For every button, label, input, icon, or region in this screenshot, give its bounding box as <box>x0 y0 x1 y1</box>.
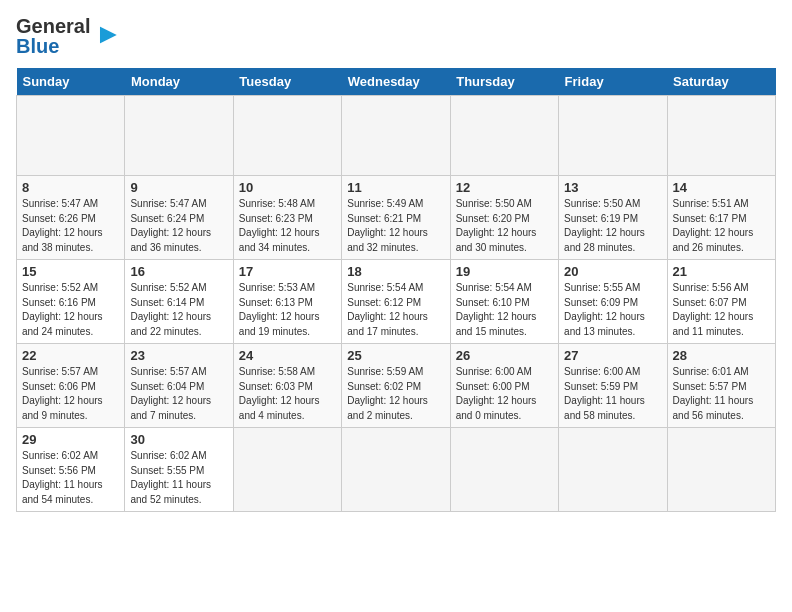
day-info: Sunrise: 5:52 AMSunset: 6:16 PMDaylight:… <box>22 281 119 339</box>
calendar-cell: 11Sunrise: 5:49 AMSunset: 6:21 PMDayligh… <box>342 176 450 260</box>
calendar-cell <box>559 428 667 512</box>
day-number: 25 <box>347 348 444 363</box>
day-info: Sunrise: 6:02 AMSunset: 5:56 PMDaylight:… <box>22 449 119 507</box>
weekday-header-wednesday: Wednesday <box>342 68 450 96</box>
calendar-cell: 12Sunrise: 5:50 AMSunset: 6:20 PMDayligh… <box>450 176 558 260</box>
weekday-header-monday: Monday <box>125 68 233 96</box>
day-number: 17 <box>239 264 336 279</box>
calendar-cell <box>667 96 775 176</box>
day-number: 23 <box>130 348 227 363</box>
weekday-header-friday: Friday <box>559 68 667 96</box>
calendar-cell <box>17 96 125 176</box>
day-number: 30 <box>130 432 227 447</box>
day-number: 21 <box>673 264 770 279</box>
calendar-cell: 16Sunrise: 5:52 AMSunset: 6:14 PMDayligh… <box>125 260 233 344</box>
weekday-header-tuesday: Tuesday <box>233 68 341 96</box>
day-number: 8 <box>22 180 119 195</box>
calendar-cell: 27Sunrise: 6:00 AMSunset: 5:59 PMDayligh… <box>559 344 667 428</box>
calendar-cell <box>125 96 233 176</box>
calendar-cell: 10Sunrise: 5:48 AMSunset: 6:23 PMDayligh… <box>233 176 341 260</box>
calendar-cell: 26Sunrise: 6:00 AMSunset: 6:00 PMDayligh… <box>450 344 558 428</box>
calendar-cell: 28Sunrise: 6:01 AMSunset: 5:57 PMDayligh… <box>667 344 775 428</box>
day-number: 9 <box>130 180 227 195</box>
day-info: Sunrise: 5:49 AMSunset: 6:21 PMDaylight:… <box>347 197 444 255</box>
day-info: Sunrise: 5:50 AMSunset: 6:20 PMDaylight:… <box>456 197 553 255</box>
day-number: 12 <box>456 180 553 195</box>
day-info: Sunrise: 5:57 AMSunset: 6:04 PMDaylight:… <box>130 365 227 423</box>
day-info: Sunrise: 5:57 AMSunset: 6:06 PMDaylight:… <box>22 365 119 423</box>
calendar-table: SundayMondayTuesdayWednesdayThursdayFrid… <box>16 68 776 512</box>
day-info: Sunrise: 6:01 AMSunset: 5:57 PMDaylight:… <box>673 365 770 423</box>
day-number: 16 <box>130 264 227 279</box>
logo: General Blue ► <box>16 16 122 56</box>
day-number: 13 <box>564 180 661 195</box>
weekday-header-thursday: Thursday <box>450 68 558 96</box>
calendar-cell: 9Sunrise: 5:47 AMSunset: 6:24 PMDaylight… <box>125 176 233 260</box>
day-info: Sunrise: 5:51 AMSunset: 6:17 PMDaylight:… <box>673 197 770 255</box>
day-number: 19 <box>456 264 553 279</box>
day-number: 14 <box>673 180 770 195</box>
day-number: 15 <box>22 264 119 279</box>
calendar-cell: 25Sunrise: 5:59 AMSunset: 6:02 PMDayligh… <box>342 344 450 428</box>
day-info: Sunrise: 5:47 AMSunset: 6:24 PMDaylight:… <box>130 197 227 255</box>
day-info: Sunrise: 6:02 AMSunset: 5:55 PMDaylight:… <box>130 449 227 507</box>
weekday-header-saturday: Saturday <box>667 68 775 96</box>
day-info: Sunrise: 5:47 AMSunset: 6:26 PMDaylight:… <box>22 197 119 255</box>
calendar-cell: 21Sunrise: 5:56 AMSunset: 6:07 PMDayligh… <box>667 260 775 344</box>
calendar-cell: 14Sunrise: 5:51 AMSunset: 6:17 PMDayligh… <box>667 176 775 260</box>
calendar-cell: 23Sunrise: 5:57 AMSunset: 6:04 PMDayligh… <box>125 344 233 428</box>
day-number: 10 <box>239 180 336 195</box>
day-info: Sunrise: 5:53 AMSunset: 6:13 PMDaylight:… <box>239 281 336 339</box>
calendar-cell <box>233 96 341 176</box>
day-number: 26 <box>456 348 553 363</box>
day-number: 22 <box>22 348 119 363</box>
calendar-cell: 13Sunrise: 5:50 AMSunset: 6:19 PMDayligh… <box>559 176 667 260</box>
day-info: Sunrise: 5:54 AMSunset: 6:10 PMDaylight:… <box>456 281 553 339</box>
calendar-cell <box>667 428 775 512</box>
calendar-cell <box>559 96 667 176</box>
calendar-cell <box>342 428 450 512</box>
calendar-cell: 29Sunrise: 6:02 AMSunset: 5:56 PMDayligh… <box>17 428 125 512</box>
day-number: 27 <box>564 348 661 363</box>
calendar-cell: 15Sunrise: 5:52 AMSunset: 6:16 PMDayligh… <box>17 260 125 344</box>
day-number: 18 <box>347 264 444 279</box>
calendar-cell <box>342 96 450 176</box>
day-info: Sunrise: 5:52 AMSunset: 6:14 PMDaylight:… <box>130 281 227 339</box>
calendar-cell: 22Sunrise: 5:57 AMSunset: 6:06 PMDayligh… <box>17 344 125 428</box>
day-info: Sunrise: 6:00 AMSunset: 6:00 PMDaylight:… <box>456 365 553 423</box>
calendar-cell <box>233 428 341 512</box>
calendar-cell <box>450 428 558 512</box>
day-info: Sunrise: 6:00 AMSunset: 5:59 PMDaylight:… <box>564 365 661 423</box>
day-number: 29 <box>22 432 119 447</box>
calendar-cell: 19Sunrise: 5:54 AMSunset: 6:10 PMDayligh… <box>450 260 558 344</box>
weekday-header-sunday: Sunday <box>17 68 125 96</box>
calendar-cell: 18Sunrise: 5:54 AMSunset: 6:12 PMDayligh… <box>342 260 450 344</box>
calendar-cell: 24Sunrise: 5:58 AMSunset: 6:03 PMDayligh… <box>233 344 341 428</box>
day-info: Sunrise: 5:55 AMSunset: 6:09 PMDaylight:… <box>564 281 661 339</box>
header: General Blue ► <box>16 16 776 56</box>
day-number: 20 <box>564 264 661 279</box>
calendar-cell: 30Sunrise: 6:02 AMSunset: 5:55 PMDayligh… <box>125 428 233 512</box>
day-number: 24 <box>239 348 336 363</box>
day-info: Sunrise: 5:58 AMSunset: 6:03 PMDaylight:… <box>239 365 336 423</box>
calendar-cell: 20Sunrise: 5:55 AMSunset: 6:09 PMDayligh… <box>559 260 667 344</box>
day-number: 28 <box>673 348 770 363</box>
day-info: Sunrise: 5:56 AMSunset: 6:07 PMDaylight:… <box>673 281 770 339</box>
calendar-cell: 8Sunrise: 5:47 AMSunset: 6:26 PMDaylight… <box>17 176 125 260</box>
calendar-cell <box>450 96 558 176</box>
day-info: Sunrise: 5:59 AMSunset: 6:02 PMDaylight:… <box>347 365 444 423</box>
day-info: Sunrise: 5:48 AMSunset: 6:23 PMDaylight:… <box>239 197 336 255</box>
day-info: Sunrise: 5:54 AMSunset: 6:12 PMDaylight:… <box>347 281 444 339</box>
day-info: Sunrise: 5:50 AMSunset: 6:19 PMDaylight:… <box>564 197 661 255</box>
day-number: 11 <box>347 180 444 195</box>
calendar-cell: 17Sunrise: 5:53 AMSunset: 6:13 PMDayligh… <box>233 260 341 344</box>
